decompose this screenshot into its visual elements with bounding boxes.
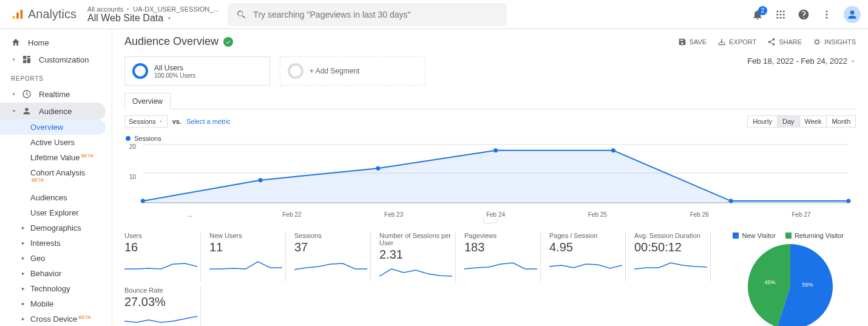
sidebar-sub-behavior[interactable]: ▸Behavior — [0, 266, 112, 281]
kpi-value: 11 — [209, 240, 282, 254]
chevron-right-icon: ▸ — [22, 270, 25, 276]
svg-point-20 — [815, 40, 819, 44]
pie-legend: New Visitor Returning Visitor — [733, 232, 844, 239]
help-icon[interactable] — [798, 8, 810, 21]
search-input[interactable] — [253, 10, 498, 19]
kpi-value: 2.31 — [379, 248, 452, 262]
share-button[interactable]: SHARE — [767, 38, 802, 46]
avatar[interactable] — [844, 6, 861, 23]
svg-point-28 — [611, 148, 615, 152]
svg-rect-2 — [21, 9, 23, 19]
product-name: Analytics — [28, 7, 76, 21]
svg-point-9 — [776, 16, 778, 18]
kpi-value: 16 — [124, 240, 197, 254]
svg-point-29 — [729, 199, 733, 203]
ytick: 10 — [129, 174, 136, 180]
sidebar-sub-technology[interactable]: ▸Technology — [0, 281, 112, 296]
insights-button[interactable]: INSIGHTS — [813, 38, 856, 46]
kpi-label: Users — [124, 232, 197, 239]
svg-rect-1 — [16, 12, 19, 19]
sidebar-item-home[interactable]: Home — [0, 34, 112, 51]
kpi-card[interactable]: New Users11 — [209, 232, 286, 282]
sidebar-sub-active-users[interactable]: Active Users — [0, 135, 112, 150]
legend-dot-icon — [126, 136, 131, 141]
kpi-label: Bounce Rate — [124, 287, 197, 294]
segment-swatch — [132, 63, 148, 79]
kpi-card[interactable]: Avg. Session Duration00:50:12 — [634, 232, 711, 282]
sidebar-sub-lifetime[interactable]: Lifetime ValueBETA — [0, 150, 112, 165]
sidebar-item-realtime[interactable]: Realtime — [0, 86, 112, 103]
apps-icon[interactable] — [775, 8, 787, 21]
chevron-right-icon — [126, 7, 131, 12]
brand[interactable]: Analytics — [11, 7, 76, 21]
sidebar-sub-demographics[interactable]: ▸Demographics — [0, 220, 112, 236]
section-reports-label: REPORTS — [0, 68, 112, 86]
sidebar-sub-cohort[interactable]: Cohort AnalysisBETA — [0, 165, 112, 189]
sidebar-item-audience[interactable]: Audience — [0, 103, 106, 120]
gran-day[interactable]: Day — [777, 115, 800, 127]
notifications-icon[interactable]: 2 — [751, 8, 764, 21]
xtick: Feb 24 — [445, 211, 547, 218]
sidebar-item-customization[interactable]: Customization — [0, 51, 112, 68]
gran-week[interactable]: Week — [799, 115, 827, 127]
select-metric-link[interactable]: Select a metric — [186, 118, 231, 125]
sessions-chart[interactable]: 20 10 — [128, 143, 852, 210]
kpi-label: Sessions — [294, 232, 367, 239]
sidebar-sub-interests[interactable]: ▸Interests — [0, 236, 112, 251]
sparkline — [549, 257, 622, 270]
export-button[interactable]: EXPORT — [717, 38, 756, 46]
save-icon — [678, 38, 687, 46]
search-bar[interactable] — [228, 3, 507, 26]
kpi-label: Avg. Session Duration — [634, 232, 707, 239]
add-segment-button[interactable]: + Add Segment — [280, 56, 426, 86]
ytick: 20 — [129, 143, 136, 150]
chart-pan-handle[interactable] — [483, 217, 498, 223]
date-range-picker[interactable]: Feb 18, 2022 - Feb 24, 2022 — [747, 56, 856, 66]
kpi-label: Pageviews — [464, 232, 537, 239]
view-name: All Web Site Data — [87, 13, 163, 24]
kpi-value: 37 — [294, 240, 367, 254]
search-icon — [236, 9, 246, 20]
kpi-card[interactable]: Number of Sessions per User2.31 — [379, 232, 456, 282]
segment-all-users[interactable]: All Users 100.00% Users — [124, 56, 270, 86]
svg-point-14 — [826, 16, 828, 18]
sidebar-sub-mobile[interactable]: ▸Mobile — [0, 296, 112, 311]
sidebar-sub-user-explorer[interactable]: User Explorer — [0, 205, 112, 220]
svg-point-27 — [493, 148, 498, 152]
kpi-grid: Users16New Users11Sessions37Number of Se… — [124, 232, 719, 326]
primary-metric-selector[interactable]: Sessions — [124, 115, 168, 127]
kpi-card[interactable]: Pageviews183 — [464, 232, 541, 282]
kpi-card[interactable]: Sessions37 — [294, 232, 371, 282]
segment-swatch-empty — [288, 63, 303, 79]
save-button[interactable]: SAVE — [678, 38, 707, 46]
svg-point-24 — [141, 199, 145, 203]
kpi-label: Pages / Session — [549, 232, 622, 239]
svg-rect-16 — [27, 56, 30, 58]
kpi-card[interactable]: Users16 — [124, 232, 201, 282]
svg-point-4 — [780, 10, 782, 12]
visitor-pie-chart[interactable]: 55% 45% — [748, 244, 833, 326]
svg-rect-15 — [23, 56, 26, 59]
sidebar-sub-cross-device[interactable]: ▸Cross DeviceBETA — [0, 311, 112, 326]
kpi-card[interactable]: Pages / Session4.95 — [549, 232, 626, 282]
gran-hourly[interactable]: Hourly — [747, 115, 778, 127]
insights-icon — [813, 38, 821, 46]
svg-rect-17 — [27, 58, 30, 63]
sidebar-sub-audiences[interactable]: Audiences — [0, 190, 112, 205]
account-selector[interactable]: All accounts UA-DX_USER_SESSION_... All … — [87, 5, 219, 24]
sparkline — [464, 257, 537, 270]
xtick: Feb 23 — [343, 211, 445, 218]
sidebar-sub-geo[interactable]: ▸Geo — [0, 251, 112, 266]
chevron-right-icon: ▸ — [22, 285, 25, 291]
more-icon[interactable] — [821, 8, 833, 21]
chart-x-axis: ...Feb 22Feb 23Feb 24Feb 25Feb 26Feb 27 — [139, 211, 852, 218]
chevron-right-icon: ▸ — [22, 301, 25, 307]
svg-point-5 — [783, 10, 785, 12]
tab-overview[interactable]: Overview — [124, 93, 171, 109]
kpi-value: 00:50:12 — [634, 240, 707, 254]
kpi-card[interactable]: Bounce Rate27.03% — [124, 287, 201, 326]
gran-month[interactable]: Month — [826, 115, 856, 127]
sidebar-sub-overview[interactable]: Overview — [0, 120, 106, 135]
app-header: Analytics All accounts UA-DX_USER_SESSIO… — [0, 0, 868, 29]
kpi-value: 183 — [464, 240, 537, 254]
